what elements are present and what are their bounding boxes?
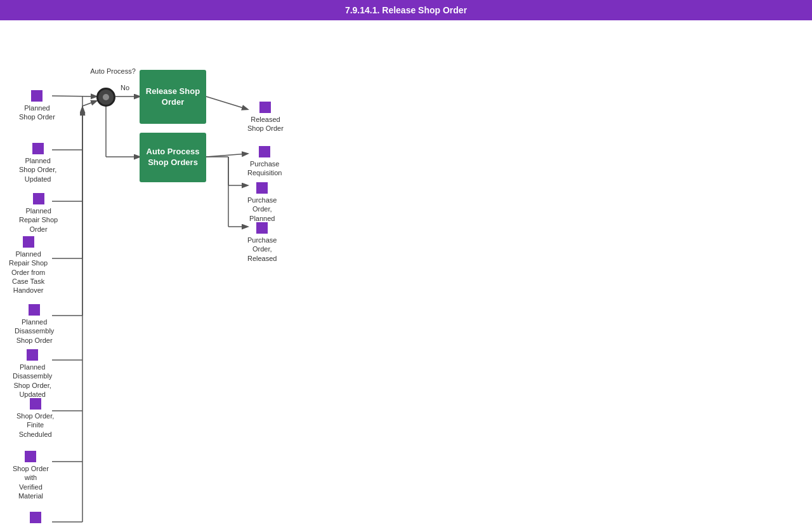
planned-shop-order-1-label: Planned Shop Order bbox=[19, 103, 55, 122]
gateway-label: Auto Process? bbox=[88, 67, 138, 76]
node-planned-shop-order-updated: Planned Shop Order, Updated bbox=[19, 143, 56, 183]
page-title: 7.9.14.1. Release Shop Order bbox=[0, 0, 812, 20]
release-shop-order-label: Release Shop Order bbox=[145, 86, 201, 108]
arrows-svg bbox=[0, 20, 812, 527]
node-shop-order-scheduled: Shop Order, Scheduled bbox=[16, 512, 54, 527]
planned-disassembly-updated-label: Planned Disassembly Shop Order, Updated bbox=[13, 363, 52, 399]
purchase-requisition-label: Purchase Requisition bbox=[247, 159, 282, 178]
released-shop-order-label: Released Shop Order bbox=[247, 115, 284, 133]
auto-process-box[interactable]: Auto Process Shop Orders bbox=[140, 133, 206, 182]
diagram-area: Planned Shop Order Planned Shop Order, U… bbox=[0, 20, 812, 527]
node-planned-repair-case-task: Planned Repair Shop Order from Case Task… bbox=[9, 236, 48, 295]
planned-repair-case-task-label: Planned Repair Shop Order from Case Task… bbox=[9, 250, 48, 295]
shop-order-verified-label: Shop Order with Verified Material bbox=[13, 464, 49, 500]
node-planned-shop-order-1: Planned Shop Order bbox=[19, 90, 55, 122]
svg-line-18 bbox=[206, 97, 247, 109]
gateway bbox=[96, 88, 115, 107]
planned-disassembly-label: Planned Disassembly Shop Order bbox=[15, 317, 54, 345]
svg-line-3 bbox=[82, 101, 96, 106]
node-planned-disassembly-updated: Planned Disassembly Shop Order, Updated bbox=[13, 349, 52, 399]
node-released-shop-order: Released Shop Order bbox=[247, 102, 284, 133]
purchase-order-planned-label: Purchase Order, Planned bbox=[247, 196, 277, 223]
node-shop-order-finite: Shop Order, Finite Scheduled bbox=[16, 398, 54, 439]
node-shop-order-verified: Shop Order with Verified Material bbox=[13, 451, 49, 500]
purchase-order-released-label: Purchase Order, Released bbox=[247, 236, 277, 263]
node-planned-repair-shop-order: Planned Repair Shop Order bbox=[19, 193, 58, 234]
svg-line-0 bbox=[52, 96, 96, 97]
planned-shop-order-updated-label: Planned Shop Order, Updated bbox=[19, 156, 56, 183]
shop-order-finite-icon bbox=[30, 398, 41, 410]
planned-disassembly-updated-icon bbox=[27, 349, 38, 361]
planned-shop-order-updated-icon bbox=[32, 143, 44, 154]
node-purchase-order-released: Purchase Order, Released bbox=[247, 222, 277, 263]
svg-line-19 bbox=[206, 154, 247, 157]
node-planned-disassembly: Planned Disassembly Shop Order bbox=[15, 304, 54, 345]
shop-order-verified-icon bbox=[25, 451, 36, 462]
gateway-inner bbox=[103, 94, 109, 100]
arrow-no-label: No bbox=[121, 84, 129, 91]
auto-process-label: Auto Process Shop Orders bbox=[145, 147, 201, 168]
planned-repair-shop-order-label: Planned Repair Shop Order bbox=[19, 206, 58, 234]
planned-repair-case-task-icon bbox=[23, 236, 34, 248]
planned-shop-order-1-icon bbox=[31, 90, 43, 102]
purchase-requisition-icon bbox=[259, 146, 270, 157]
purchase-order-planned-icon bbox=[256, 182, 268, 194]
planned-repair-shop-order-icon bbox=[33, 193, 44, 204]
planned-disassembly-icon bbox=[29, 304, 40, 316]
release-shop-order-box[interactable]: Release Shop Order bbox=[140, 70, 206, 124]
shop-order-scheduled-icon bbox=[30, 512, 41, 523]
released-shop-order-icon bbox=[259, 102, 271, 113]
node-purchase-order-planned: Purchase Order, Planned bbox=[247, 182, 277, 223]
purchase-order-released-icon bbox=[256, 222, 268, 234]
shop-order-finite-label: Shop Order, Finite Scheduled bbox=[16, 411, 54, 439]
node-purchase-requisition: Purchase Requisition bbox=[247, 146, 282, 178]
